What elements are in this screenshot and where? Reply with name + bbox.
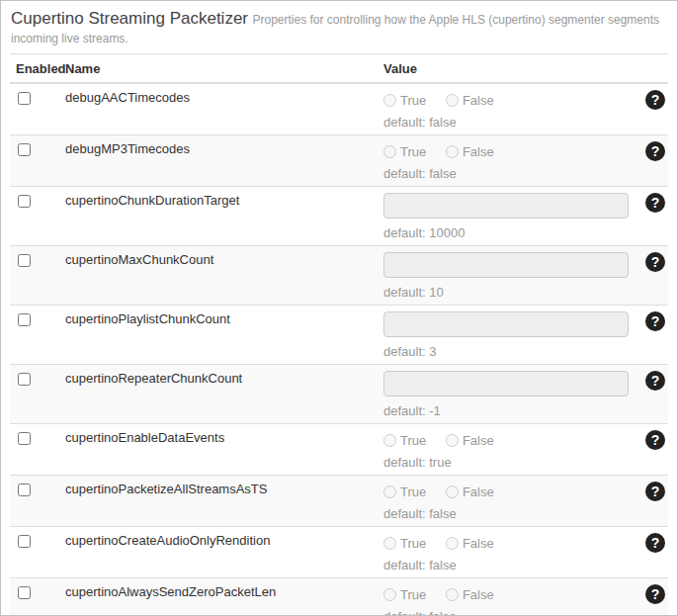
page-title: Cupertino Streaming Packetizer — [11, 9, 248, 28]
true-radio[interactable] — [383, 94, 396, 107]
enabled-checkbox[interactable] — [18, 586, 31, 599]
value-input[interactable] — [383, 252, 629, 278]
property-name: cupertinoEnableDataEvents — [59, 424, 378, 476]
radio-option-true[interactable]: True — [383, 93, 426, 108]
true-radio[interactable] — [383, 537, 396, 550]
false-radio[interactable] — [446, 485, 459, 498]
property-name: cupertinoCreateAudioOnlyRendition — [59, 527, 378, 578]
property-name: cupertinoAlwaysSendZeroPacketLen — [59, 578, 378, 616]
default-value-text: default: false — [383, 558, 629, 572]
false-radio[interactable] — [446, 588, 459, 601]
help-icon[interactable]: ? — [645, 584, 665, 604]
value-input[interactable] — [383, 311, 629, 337]
true-radio[interactable] — [383, 145, 396, 158]
property-name: debugAACTimecodes — [59, 83, 378, 135]
help-icon[interactable]: ? — [645, 533, 665, 553]
enabled-checkbox[interactable] — [18, 195, 31, 208]
column-header-enabled: Enabled — [10, 54, 59, 84]
default-value-text: default: false — [383, 609, 629, 616]
radio-option-false[interactable]: False — [446, 433, 494, 448]
page-header: Cupertino Streaming Packetizer Propertie… — [10, 7, 668, 53]
help-icon[interactable]: ? — [645, 371, 665, 391]
radio-option-false[interactable]: False — [446, 536, 494, 551]
property-name: cupertinoRepeaterChunkCount — [59, 365, 378, 424]
properties-table: Enabled Name Value debugAACTimecodes Tru… — [10, 53, 668, 616]
table-row: debugAACTimecodes True False default: fa… — [10, 83, 668, 135]
enabled-checkbox[interactable] — [18, 432, 31, 445]
true-radio[interactable] — [383, 434, 396, 447]
value-radio-group: True False — [383, 584, 629, 602]
default-value-text: default: false — [383, 506, 629, 521]
radio-option-true[interactable]: True — [383, 587, 426, 602]
value-radio-group: True False — [383, 533, 629, 551]
table-row: debugMP3Timecodes True False default: fa… — [10, 135, 668, 187]
radio-option-false[interactable]: False — [446, 144, 494, 159]
false-radio[interactable] — [446, 94, 459, 107]
enabled-checkbox[interactable] — [18, 92, 31, 105]
value-input[interactable] — [383, 371, 629, 396]
enabled-checkbox[interactable] — [18, 254, 31, 267]
radio-option-false[interactable]: False — [446, 484, 494, 499]
true-radio[interactable] — [383, 588, 396, 601]
property-name: debugMP3Timecodes — [59, 135, 378, 187]
value-radio-group: True False — [383, 141, 629, 159]
radio-option-true[interactable]: True — [383, 433, 426, 448]
enabled-checkbox[interactable] — [18, 484, 31, 496]
radio-option-true[interactable]: True — [383, 144, 426, 159]
default-value-text: default: 3 — [383, 344, 629, 359]
table-row: cupertinoRepeaterChunkCount default: -1 … — [10, 365, 668, 424]
table-row: cupertinoPlaylistChunkCount default: 3 ? — [10, 306, 668, 365]
column-header-name: Name — [59, 54, 378, 84]
table-header-row: Enabled Name Value — [10, 54, 668, 84]
property-name: cupertinoPacketizeAllStreamsAsTS — [59, 476, 378, 527]
table-row: cupertinoChunkDurationTarget default: 10… — [10, 187, 668, 246]
column-header-help — [635, 54, 668, 84]
radio-option-false[interactable]: False — [446, 93, 494, 108]
default-value-text: default: 10000 — [383, 225, 629, 240]
true-radio[interactable] — [383, 485, 396, 498]
help-icon[interactable]: ? — [645, 311, 665, 331]
enabled-checkbox[interactable] — [18, 535, 31, 548]
radio-option-true[interactable]: True — [383, 536, 426, 551]
enabled-checkbox[interactable] — [18, 143, 31, 156]
default-value-text: default: 10 — [383, 285, 629, 300]
property-name: cupertinoMaxChunkCount — [59, 246, 378, 306]
help-icon[interactable]: ? — [645, 141, 665, 161]
false-radio[interactable] — [446, 434, 459, 447]
default-value-text: default: false — [383, 166, 629, 181]
default-value-text: default: -1 — [383, 403, 629, 418]
help-icon[interactable]: ? — [645, 193, 665, 213]
column-header-value: Value — [378, 54, 635, 84]
property-name: cupertinoChunkDurationTarget — [59, 187, 378, 246]
value-radio-group: True False — [383, 430, 629, 448]
enabled-checkbox[interactable] — [18, 313, 31, 326]
table-row: cupertinoMaxChunkCount default: 10 ? — [10, 246, 668, 306]
value-input[interactable] — [383, 193, 629, 219]
radio-option-false[interactable]: False — [446, 587, 494, 602]
property-name: cupertinoPlaylistChunkCount — [59, 306, 378, 365]
table-row: cupertinoPacketizeAllStreamsAsTS True Fa… — [10, 476, 668, 527]
help-icon[interactable]: ? — [645, 90, 665, 110]
help-icon[interactable]: ? — [645, 252, 665, 272]
help-icon[interactable]: ? — [645, 430, 665, 450]
false-radio[interactable] — [446, 145, 459, 158]
help-icon[interactable]: ? — [645, 482, 665, 501]
radio-option-true[interactable]: True — [383, 484, 426, 499]
table-row: cupertinoCreateAudioOnlyRendition True F… — [10, 527, 668, 578]
value-radio-group: True False — [383, 482, 629, 499]
false-radio[interactable] — [446, 537, 459, 550]
value-radio-group: True False — [383, 90, 629, 108]
table-row: cupertinoEnableDataEvents True False def… — [10, 424, 668, 476]
properties-panel: Cupertino Streaming Packetizer Propertie… — [0, 0, 678, 616]
enabled-checkbox[interactable] — [18, 373, 31, 386]
default-value-text: default: true — [383, 455, 629, 470]
table-row: cupertinoAlwaysSendZeroPacketLen True Fa… — [10, 578, 668, 616]
default-value-text: default: false — [383, 115, 629, 130]
